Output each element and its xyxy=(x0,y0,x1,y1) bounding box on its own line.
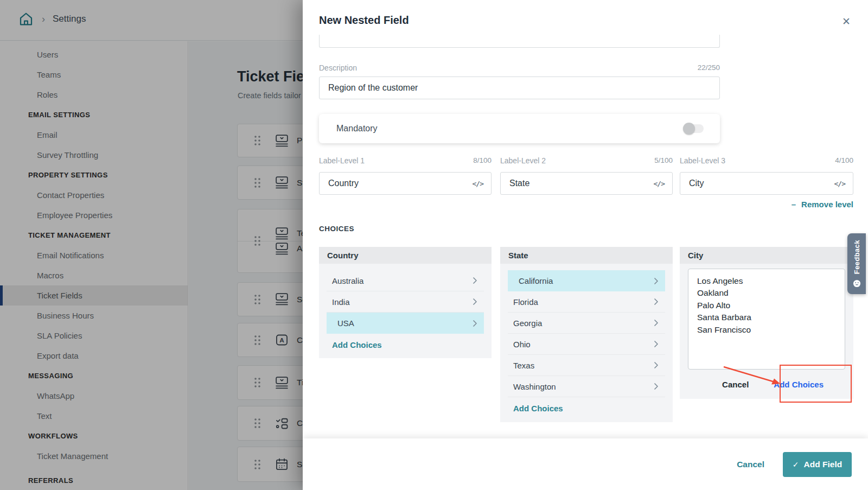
chevron-right-icon xyxy=(654,340,659,348)
feedback-tab[interactable]: Feedback xyxy=(847,233,866,294)
close-icon[interactable]: ✕ xyxy=(842,15,851,28)
level3-label: Label-Level 3 xyxy=(680,156,725,165)
new-nested-field-modal: New Nested Field ✕ Description 22/250 Re… xyxy=(303,0,868,490)
city-line: San Francisco xyxy=(697,324,836,336)
check-icon: ✓ xyxy=(793,460,799,469)
level2-label: Label-Level 2 xyxy=(500,156,546,165)
description-char-counter: 22/250 xyxy=(698,63,720,72)
remove-level-link[interactable]: – Remove level xyxy=(792,200,853,209)
code-icon[interactable]: </> xyxy=(834,180,845,188)
level1-label: Label-Level 1 xyxy=(319,156,365,165)
choice-item-washington[interactable]: Washington xyxy=(508,376,665,397)
choice-label: Australia xyxy=(332,276,363,285)
smiley-icon xyxy=(853,279,861,288)
level1-input[interactable]: Country </> xyxy=(319,172,492,195)
code-icon[interactable]: </> xyxy=(473,180,483,188)
chevron-right-icon xyxy=(654,298,659,306)
remove-level-label: Remove level xyxy=(801,200,853,209)
choice-label: USA xyxy=(337,319,354,328)
description-value: Region of the customer xyxy=(328,83,418,93)
column-title: Country xyxy=(319,247,492,264)
choices-heading: CHOICES xyxy=(319,225,354,233)
level3-char-counter: 4/100 xyxy=(835,156,853,165)
column-title: City xyxy=(680,247,853,264)
level3-input[interactable]: City </> xyxy=(680,172,853,195)
choice-item-usa[interactable]: USA xyxy=(327,313,484,334)
choice-item-texas[interactable]: Texas xyxy=(508,355,665,376)
choice-label: Washington xyxy=(513,382,556,391)
choice-item-ohio[interactable]: Ohio xyxy=(508,334,665,355)
mandatory-label: Mandatory xyxy=(336,124,378,133)
feedback-label: Feedback xyxy=(853,240,861,274)
level2-value: State xyxy=(509,179,529,188)
choice-item-california[interactable]: California xyxy=(508,270,665,291)
chevron-right-icon xyxy=(473,320,477,327)
city-add-choices-button[interactable]: Add Choices xyxy=(774,380,824,389)
minus-icon: – xyxy=(792,200,796,209)
chevron-right-icon xyxy=(654,319,659,327)
level2-input[interactable]: State </> xyxy=(500,172,673,195)
cancel-button[interactable]: Cancel xyxy=(737,460,764,469)
description-input[interactable]: Region of the customer xyxy=(319,77,720,99)
column-title: State xyxy=(500,247,673,264)
choices-column-country: Country Australia India USA Add Choices xyxy=(319,247,492,358)
choice-label: Ohio xyxy=(513,340,531,349)
chevron-right-icon xyxy=(654,361,659,369)
chevron-right-icon xyxy=(654,277,659,285)
choice-item-florida[interactable]: Florida xyxy=(508,291,665,313)
add-choices-link[interactable]: Add Choices xyxy=(513,404,563,413)
modal-footer: Cancel ✓ Add Field xyxy=(303,438,868,490)
choice-label: India xyxy=(332,297,350,307)
choices-column-state: State California Florida Georgia Ohio Te… xyxy=(500,247,673,422)
choice-item-australia[interactable]: Australia xyxy=(327,270,484,291)
city-choices-editor[interactable]: Los Angeles Oakland Palo Alto Santa Barb… xyxy=(688,269,845,370)
level2-char-counter: 5/100 xyxy=(654,156,673,165)
mandatory-card: Mandatory xyxy=(319,114,720,143)
choices-column-city: City Los Angeles Oakland Palo Alto Santa… xyxy=(680,247,853,399)
chevron-right-icon xyxy=(473,277,477,284)
city-line: Oakland xyxy=(697,287,836,299)
choice-item-india[interactable]: India xyxy=(327,291,484,313)
city-line: Palo Alto xyxy=(697,300,836,311)
name-field-partial[interactable] xyxy=(319,35,720,48)
chevron-right-icon xyxy=(654,383,659,390)
add-choices-link[interactable]: Add Choices xyxy=(332,340,382,349)
city-cancel-button[interactable]: Cancel xyxy=(722,380,749,389)
city-line: Los Angeles xyxy=(697,275,836,287)
choice-label: Texas xyxy=(513,361,534,370)
add-field-label: Add Field xyxy=(804,460,843,469)
code-icon[interactable]: </> xyxy=(654,180,665,188)
choice-label: Georgia xyxy=(513,319,542,328)
choice-item-georgia[interactable]: Georgia xyxy=(508,313,665,334)
city-line: Santa Barbara xyxy=(697,311,836,323)
modal-title: New Nested Field xyxy=(319,14,409,27)
choice-label: Florida xyxy=(513,297,538,307)
level3-value: City xyxy=(689,179,704,188)
description-label: Description xyxy=(319,63,357,72)
chevron-right-icon xyxy=(473,298,477,306)
level1-char-counter: 8/100 xyxy=(473,156,492,165)
mandatory-toggle[interactable] xyxy=(683,123,704,135)
add-field-button[interactable]: ✓ Add Field xyxy=(783,452,852,477)
choice-label: California xyxy=(519,276,553,285)
level1-value: Country xyxy=(328,179,359,188)
